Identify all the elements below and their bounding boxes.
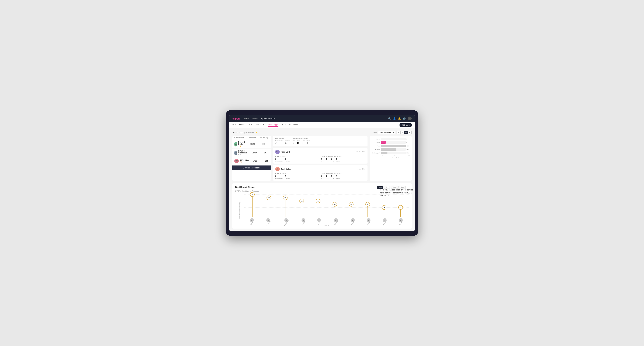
- search-icon[interactable]: 🔍: [388, 117, 391, 120]
- dot-col-D.-Ford: 4x: [349, 202, 354, 217]
- team-name: Team Clippd: [232, 131, 243, 134]
- tab-tour[interactable]: Tour: [282, 124, 286, 127]
- avatar-richard: RB: [234, 142, 237, 147]
- card-date-rees: 02 Sep 2023: [356, 151, 366, 153]
- dot-col-E.-Ebert: 7x: [250, 192, 254, 217]
- putt-label-fc: PUTT: [306, 140, 310, 142]
- lb-avg-3: 103: [261, 160, 271, 162]
- tablet-screen: clippd Home Teams My Performance 🔍 👤 🔔 ⚙…: [229, 115, 415, 231]
- tournament-val-fc: 7: [275, 142, 282, 145]
- player-name-2: Edward Crossman: [238, 150, 248, 154]
- player-cards-column: Total Rounds Tournament 7 Practice: [273, 136, 368, 181]
- player-card-rees: RB Rees Britt 02 Sep 2023 Total Rounds 8: [273, 148, 368, 164]
- bar-chart: Eagles 3 Birdies 96 Pars 499 Bogeys 311: [371, 138, 410, 157]
- avatar-josh: JC: [275, 167, 280, 171]
- user-avatar[interactable]: U: [408, 117, 412, 120]
- card-name-rees: Rees Britt: [281, 151, 290, 153]
- bar-row-pars: Pars 499: [371, 145, 410, 147]
- show-select[interactable]: Last 3 months Last 6 months: [378, 131, 395, 134]
- navbar: clippd Home Teams My Performance 🔍 👤 🔔 ⚙…: [229, 115, 415, 122]
- bar-row-bogeys: Bogeys 311: [371, 148, 410, 151]
- practice-rees: 4 Practice: [284, 158, 290, 162]
- streaks-section: Best Round Streaks ← OTT APP ARG PUTT ← …: [232, 183, 412, 229]
- avatar-rees: RB: [275, 150, 280, 154]
- team-header-right: Show Last 3 months Last 6 months ⊞ ≡ ▤ ⊟: [372, 131, 412, 134]
- rounds-rees: Total Rounds 8 Tournament 4 Practice: [275, 156, 366, 162]
- nav-links: Home Teams My Performance: [244, 117, 275, 120]
- settings-icon[interactable]: ⚙️: [403, 117, 406, 120]
- player-info-2: EC Edward Crossman ♥ 2: [234, 150, 248, 156]
- main-content: Team Clippd | 14 Players ✏️ Show Last 3 …: [229, 128, 415, 231]
- ott-label-fc: OTT: [292, 140, 296, 142]
- view-leaderboard-button[interactable]: View Full Leaderboard: [232, 166, 271, 170]
- ott-josh: 0OTT: [321, 175, 324, 179]
- y-axis-label: Best Streak, Fairway Accuracy: [235, 194, 244, 226]
- dot-col-D.-Billingham: 6x: [283, 195, 288, 217]
- arg-label-fc: ARG: [302, 140, 305, 142]
- grid-view-btn[interactable]: ⊞: [396, 131, 400, 134]
- tablet-frame: clippd Home Teams My Performance 🔍 👤 🔔 ⚙…: [226, 110, 418, 236]
- player-card-josh: JC Josh Coles 26 Aug 2023 Total Rounds 7: [273, 165, 368, 181]
- practice-label-fc: Practice: [285, 140, 290, 142]
- nav-teams[interactable]: Teams: [252, 117, 258, 120]
- app-logo: clippd: [232, 117, 240, 120]
- ott-rees: 0OTT: [321, 158, 324, 162]
- list-view-btn[interactable]: ≡: [400, 131, 404, 134]
- bar-row-birdies: Birdies 96: [371, 141, 410, 144]
- bar-row-eagles: Eagles 3: [371, 138, 410, 140]
- player-name-3: Cameron...: [240, 159, 249, 161]
- player-count: | 14 Players: [244, 131, 254, 134]
- players-x-axis: EE. EbertBB. McHergDD. BillinghamJJ. Col…: [244, 218, 409, 224]
- lb-col-avg: PB AVG SQ: [259, 137, 269, 139]
- putt-val-fc: 1: [306, 142, 310, 145]
- content-grid: PLAYER NAME PB SCORE PB AVG SQ RB Richar…: [232, 136, 412, 181]
- team-header: Team Clippd | 14 Players ✏️ Show Last 3 …: [232, 131, 412, 134]
- card-name-josh: Josh Coles: [281, 168, 291, 170]
- view-icons: ⊞ ≡ ▤ ⊟: [396, 131, 412, 134]
- tabs-bar: PGAT Players PGA Hcaps 1-5 Team Clippd T…: [229, 122, 415, 128]
- tab-pga[interactable]: PGA: [248, 124, 252, 127]
- activities-label-fc: Total Practice Activities: [292, 138, 317, 139]
- dot-col-C.-Quick: 3x: [398, 205, 403, 217]
- bell-icon[interactable]: 🔔: [398, 117, 401, 120]
- lb-avg-2: 107: [260, 152, 271, 154]
- arg-josh: 0ARG: [331, 175, 334, 179]
- tournament-rees: 8 Tournament: [275, 158, 282, 162]
- table-view-btn[interactable]: ⊟: [408, 131, 412, 134]
- bar-x-label: Total Shots: [371, 157, 410, 159]
- tournament-josh: 7 Tournament: [275, 175, 282, 179]
- badge-silver-2: ♥ 2: [238, 154, 240, 156]
- dot-col-R.-Butler: 3x: [382, 205, 386, 217]
- lb-score-2: 18/20: [248, 152, 260, 154]
- tab-allplayers[interactable]: All Players: [289, 124, 298, 127]
- nav-right: 🔍 👤 🔔 ⚙️ U: [388, 117, 412, 120]
- avatar-cameron: CM: [234, 159, 239, 163]
- streaks-title: Best Round Streaks ←: [235, 186, 259, 188]
- rounds-label-rees: Total Rounds: [275, 156, 319, 157]
- nav-myperformance[interactable]: My Performance: [261, 117, 275, 120]
- tab-hcaps[interactable]: Hcaps 1-5: [256, 124, 264, 127]
- card-view-btn[interactable]: ▤: [404, 131, 408, 134]
- tab-teamclippd[interactable]: Team Clippd: [268, 124, 278, 127]
- arg-rees: 0ARG: [331, 158, 334, 162]
- edit-icon[interactable]: ✏️: [255, 132, 258, 134]
- player-name-1: Richard Butler: [238, 141, 246, 145]
- lb-col-score: PB SCORE: [246, 137, 259, 139]
- putt-josh: 1PUTT: [336, 175, 340, 179]
- lb-header: PLAYER NAME PB SCORE PB AVG SQ: [232, 136, 271, 140]
- person-icon[interactable]: 👤: [393, 117, 396, 120]
- tournament-label-fc: Tournament: [275, 140, 282, 142]
- nav-home[interactable]: Home: [244, 117, 249, 120]
- card-player-info-rees: RB Rees Britt: [275, 150, 290, 154]
- ott-val-fc: 0: [292, 142, 296, 145]
- card-player-info-josh: JC Josh Coles: [275, 167, 291, 171]
- tab-pgat[interactable]: PGAT Players: [232, 124, 244, 127]
- lb-col-player: PLAYER NAME: [234, 137, 246, 139]
- putt-rees: 0PUTT: [336, 158, 340, 162]
- activities-label-josh: Total Practice Activities: [321, 173, 366, 174]
- practice-josh: 2 Practice: [284, 175, 290, 179]
- rounds-josh: Total Rounds 7 Tournament 2 Practice: [275, 173, 366, 179]
- add-team-button[interactable]: Add Team: [400, 123, 412, 127]
- dot-chart-area-wrap: 7 6 5 4 3: [244, 194, 409, 226]
- avatar-edward: EC: [234, 151, 237, 155]
